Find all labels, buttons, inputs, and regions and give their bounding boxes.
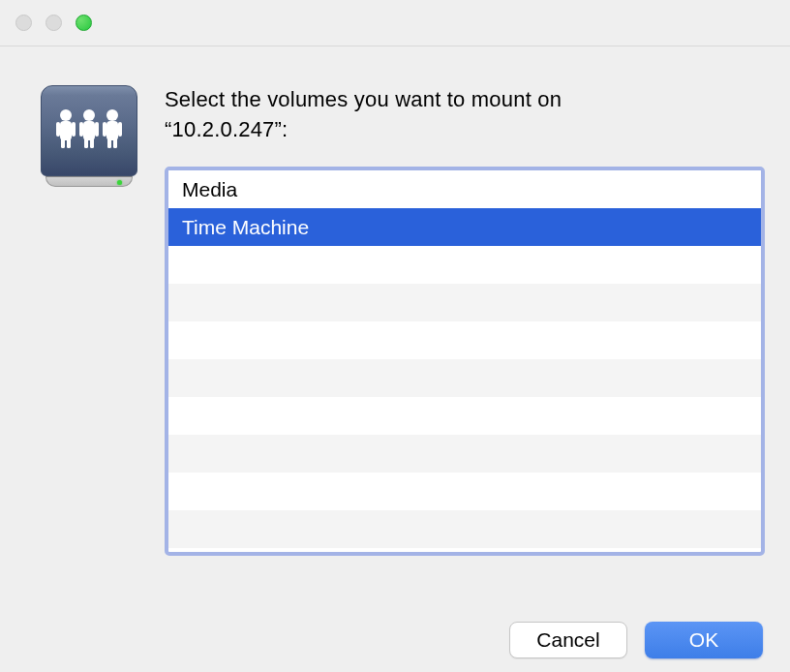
cancel-button[interactable]: Cancel: [509, 622, 627, 658]
volume-row: [168, 510, 761, 548]
volume-row: [168, 284, 761, 321]
volume-row: [168, 246, 761, 284]
volume-row: [168, 473, 761, 510]
prompt-line2: “10.2.0.247”:: [165, 117, 288, 141]
zoom-window-button[interactable]: [76, 15, 92, 31]
volume-row: [168, 435, 761, 473]
svg-rect-2: [61, 137, 65, 148]
svg-rect-8: [84, 137, 88, 148]
ok-button[interactable]: OK: [645, 622, 763, 658]
network-volume-icon: [39, 85, 139, 556]
svg-rect-15: [113, 137, 117, 148]
minimize-window-button: [46, 15, 62, 31]
svg-rect-14: [107, 137, 111, 148]
close-window-button: [15, 15, 32, 31]
svg-rect-5: [72, 122, 76, 137]
volume-row[interactable]: Media: [168, 170, 761, 208]
svg-rect-17: [118, 122, 122, 137]
volume-row: [168, 397, 761, 435]
volume-row[interactable]: Time Machine: [168, 208, 761, 246]
prompt-text: Select the volumes you want to mount on …: [165, 85, 765, 145]
prompt-line1: Select the volumes you want to mount on: [165, 87, 562, 111]
svg-rect-10: [79, 122, 83, 137]
svg-rect-4: [56, 122, 60, 137]
svg-point-6: [83, 109, 95, 121]
button-row: Cancel OK: [509, 622, 763, 658]
titlebar: [0, 0, 790, 46]
volume-row: [168, 359, 761, 397]
svg-rect-11: [95, 122, 99, 137]
volume-row: [168, 321, 761, 359]
people-icon: [54, 107, 124, 154]
svg-rect-9: [90, 137, 94, 148]
svg-point-12: [106, 109, 118, 121]
dialog-content: Select the volumes you want to mount on …: [0, 46, 790, 556]
svg-rect-16: [103, 122, 106, 137]
volume-listbox[interactable]: MediaTime Machine: [165, 167, 765, 556]
svg-point-0: [60, 109, 72, 121]
window-controls: [15, 15, 92, 31]
svg-rect-3: [67, 137, 71, 148]
